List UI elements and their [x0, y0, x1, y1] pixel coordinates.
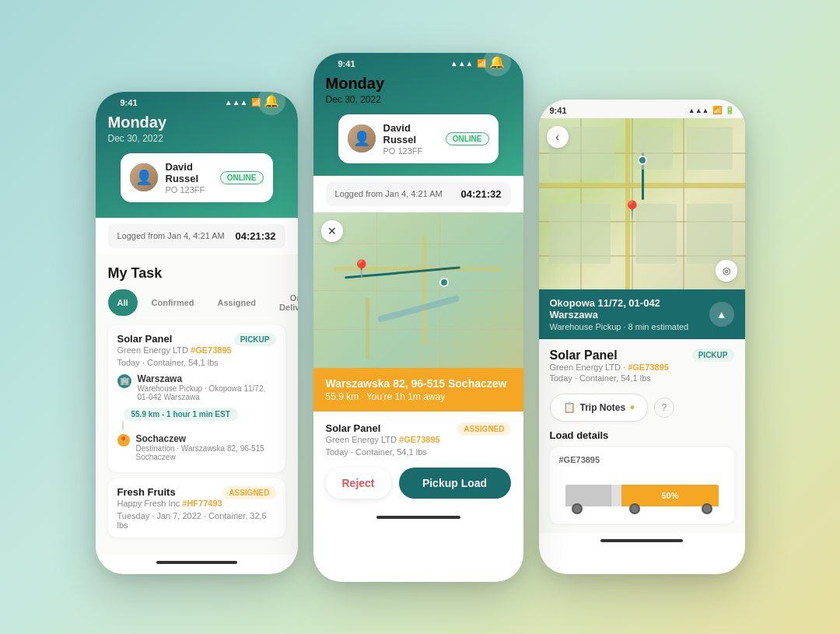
load-percentage: 50%: [621, 485, 718, 506]
signal-icon-r: ▲▲▲: [688, 107, 709, 114]
task-company-solar-left: Green Energy LTD #GE73895: [117, 345, 232, 355]
signal-icon-m: ▲▲▲: [450, 59, 474, 68]
bell-icon-middle: 🔔: [489, 54, 505, 69]
wheel-mid: [629, 503, 640, 514]
wheel-front: [572, 503, 583, 514]
avatar-img-left: 👤: [130, 163, 158, 191]
close-button-middle[interactable]: ✕: [321, 220, 343, 242]
help-button-right[interactable]: ?: [654, 398, 674, 418]
phone-left: 9:41 ▲▲▲ 📶 🔋 Monday Dec 30, 2022 🔔: [96, 92, 298, 574]
bell-button-left[interactable]: 🔔: [257, 92, 285, 115]
tab-assigned[interactable]: Assigned: [208, 289, 266, 316]
driver-info-middle: David Russel PO 123FF: [383, 122, 438, 156]
task-detail-middle: Today · Container, 54,1 lbs: [326, 447, 511, 457]
bell-button-middle[interactable]: 🔔: [483, 53, 511, 76]
pickup-button[interactable]: Pickup Load: [399, 468, 511, 499]
task-card-solar-left[interactable]: Solar Panel Green Energy LTD #GE73895 PI…: [108, 325, 285, 472]
date-middle: Dec 30, 2022: [326, 94, 385, 105]
map-container-right: 📍 ‹ ◎: [539, 118, 745, 289]
wheel-rear: [702, 503, 712, 514]
logged-row-left: Logged from Jan 4, 4:21 AM 04:21:32: [108, 224, 285, 248]
task-company-middle: Green Energy LTD #GE73895: [326, 435, 440, 444]
task-name-middle: Solar Panel: [326, 422, 440, 434]
logged-time-left: 04:21:32: [235, 230, 275, 242]
signal-icon: ▲▲▲: [225, 98, 248, 107]
load-details-title: Load details: [550, 429, 734, 441]
status-bar-right: 9:41 ▲▲▲ 📶 🔋: [539, 100, 745, 118]
assigned-badge-middle: ASSIGNED: [457, 422, 510, 436]
bell-icon-left: 🔔: [264, 93, 279, 108]
time-middle: 9:41: [338, 59, 355, 68]
route-dot-to: 📍: [117, 434, 130, 447]
day-left: Monday: [108, 114, 167, 131]
task-company-fruits: Happy Fresh Inc #HF77493: [117, 499, 222, 508]
action-buttons-middle: Reject Pickup Load: [326, 468, 511, 499]
driver-card-left: 👤 David Russel PO 123FF ONLINE: [121, 153, 273, 202]
trip-notes-button[interactable]: 📋 Trip Notes •: [550, 394, 648, 422]
driver-name-middle: David Russel: [383, 122, 438, 145]
task-name-fruits: Fresh Fruits: [117, 486, 222, 498]
map-container-middle: 📍 ✕: [313, 212, 523, 368]
task-name-solar-left: Solar Panel: [117, 333, 232, 345]
today-row-right: Today · Container, 54,1 lbs: [550, 373, 669, 383]
company-row-right: Green Energy LTD · #GE73895: [550, 363, 669, 372]
dest-distance: 55.9 km · You're 1h 1m away: [326, 391, 511, 402]
solar-name-right: Solar Panel: [550, 349, 669, 363]
tab-all[interactable]: All: [108, 289, 138, 316]
destination-banner: Warszawska 82, 96-515 Sochaczew 55.9 km …: [313, 368, 523, 412]
time-left: 9:41: [121, 98, 138, 107]
route-section-left: 🏢 Warszawa Warehouse Pickup · Okopowa 11…: [117, 373, 276, 461]
home-indicator-middle: [376, 516, 460, 519]
pickup-badge-solar-left: PICKUP: [234, 333, 276, 346]
address-card-right: Okopowa 11/72, 01-042 Warszawa Warehouse…: [539, 289, 745, 339]
avatar-middle: 👤: [348, 124, 376, 152]
driver-name-left: David Russel: [166, 161, 212, 184]
tab-on-delivery[interactable]: On Delivery: [270, 289, 297, 316]
map-pin-dest-right: 📍: [621, 200, 642, 220]
online-badge-left: ONLINE: [220, 171, 264, 184]
map-pin-from: 📍: [351, 259, 372, 279]
address-main-right: Okopowa 11/72, 01-042 Warszawa: [550, 297, 709, 321]
distance-pill: 55.9 km - 1 hour 1 min EST: [124, 408, 238, 421]
logged-time-middle: 04:21:32: [460, 188, 501, 200]
my-task-section: My Task All Confirmed Assigned On Delive…: [96, 254, 298, 555]
notes-row-right: 📋 Trip Notes • ?: [550, 386, 734, 429]
dest-address: Warszawska 82, 96-515 Sochaczew: [326, 377, 511, 390]
tab-confirmed[interactable]: Confirmed: [142, 289, 204, 316]
nav-button-right[interactable]: ▲: [709, 302, 734, 327]
logged-label-left: Logged from Jan 4, 4:21 AM: [117, 231, 225, 240]
logged-row-middle: Logged from Jan 4, 4:21 AM 04:21:32: [326, 182, 511, 206]
logged-label-middle: Logged from Jan 4, 4:21 AM: [335, 189, 443, 198]
route-to-name: Sochaczew: [136, 433, 276, 444]
map-pin-to: [439, 278, 449, 287]
truck-load-id: #GE73895: [559, 455, 725, 464]
online-badge-middle: ONLINE: [446, 132, 489, 145]
driver-info-left: David Russel PO 123FF: [166, 161, 212, 194]
driver-id-middle: PO 123FF: [383, 146, 438, 156]
task-card-fruits-left[interactable]: Fresh Fruits Happy Fresh Inc #HF77493 AS…: [108, 478, 285, 538]
home-indicator-right: [600, 539, 683, 542]
driver-id-left: PO 123FF: [166, 185, 212, 194]
route-to-sub: Destination · Warszawska 82, 96-515 Soch…: [136, 444, 276, 461]
truck-visual: 50%: [559, 469, 725, 516]
time-right: 9:41: [550, 106, 567, 115]
locate-button-right[interactable]: ◎: [716, 260, 737, 282]
day-middle: Monday: [326, 75, 385, 93]
reject-button[interactable]: Reject: [326, 468, 391, 499]
notes-icon: 📋: [563, 401, 576, 413]
task-detail-card-middle: Solar Panel Green Energy LTD #GE73895 AS…: [313, 412, 523, 510]
date-left: Dec 30, 2022: [108, 133, 167, 144]
map-bg-right: 📍: [539, 118, 745, 289]
notes-dot: •: [630, 401, 635, 415]
phone-right: 9:41 ▲▲▲ 📶 🔋: [539, 100, 745, 574]
phone-middle: 9:41 ▲▲▲ 📶 🔋 Monday Dec 30, 2022 🔔 �: [313, 53, 523, 582]
task-detail-solar-left: Today · Container, 54,1 lbs: [117, 358, 276, 367]
truck-card: #GE73895 50%: [550, 447, 734, 524]
wifi-icon-r: 📶: [712, 106, 722, 114]
header-row-left: Monday Dec 30, 2022 🔔: [108, 110, 285, 144]
route-dot-from: 🏢: [117, 374, 131, 388]
back-button-right[interactable]: ‹: [547, 126, 569, 148]
map-dot-current: [638, 156, 647, 165]
route-from-name: Warszawa: [138, 373, 276, 384]
home-indicator-left: [156, 561, 237, 564]
